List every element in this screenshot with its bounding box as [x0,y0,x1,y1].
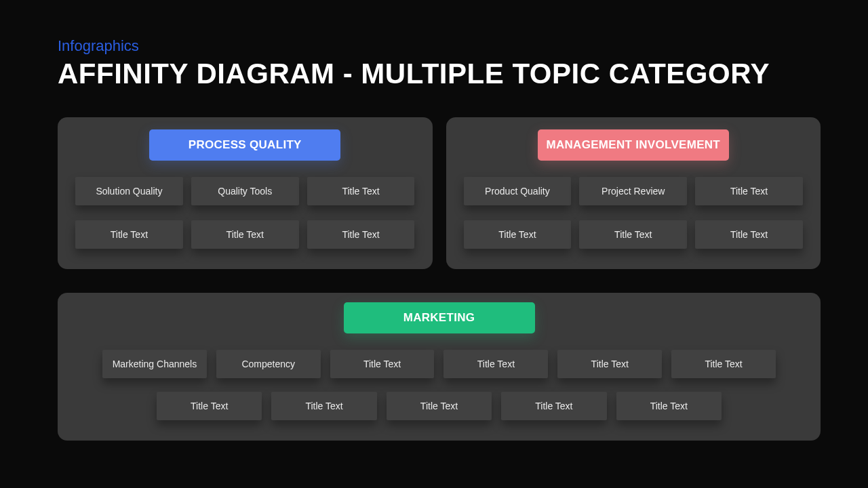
affinity-card: Title Text [307,177,415,205]
panel-marketing: MARKETING Marketing Channels Competency … [58,293,821,441]
affinity-card: Quality Tools [191,177,299,205]
affinity-card: Solution Quality [75,177,183,205]
panel-management-involvement: MANAGEMENT INVOLVEMENT Product Quality P… [446,117,821,269]
affinity-card: Title Text [271,392,376,420]
badge-marketing: MARKETING [344,302,535,333]
panel-process-quality: PROCESS QUALITY Solution Quality Quality… [58,117,433,269]
affinity-card: Title Text [616,392,722,420]
affinity-card: Title Text [501,392,606,420]
affinity-card: Marketing Channels [102,350,207,378]
affinity-card: Product Quality [464,177,572,205]
eyebrow-text: Infographics [58,37,821,55]
affinity-card: Title Text [464,220,572,249]
affinity-card: Competency [216,350,321,378]
affinity-card: Title Text [557,350,662,378]
affinity-card: Title Text [695,220,803,249]
affinity-card: Title Text [191,220,299,249]
affinity-card: Title Text [695,177,803,205]
badge-process-quality: PROCESS QUALITY [149,129,340,161]
affinity-card: Title Text [307,220,415,249]
affinity-card: Title Text [157,392,262,420]
badge-management-involvement: MANAGEMENT INVOLVEMENT [538,129,729,161]
affinity-card: Title Text [579,220,687,249]
affinity-card: Title Text [330,350,435,378]
affinity-card: Title Text [75,220,183,249]
affinity-card: Title Text [387,392,492,420]
affinity-card: Title Text [671,350,776,378]
page-title: AFFINITY DIAGRAM - MULTIPLE TOPIC CATEGO… [58,58,821,90]
affinity-card: Title Text [443,350,548,378]
affinity-card: Project Review [579,177,687,205]
